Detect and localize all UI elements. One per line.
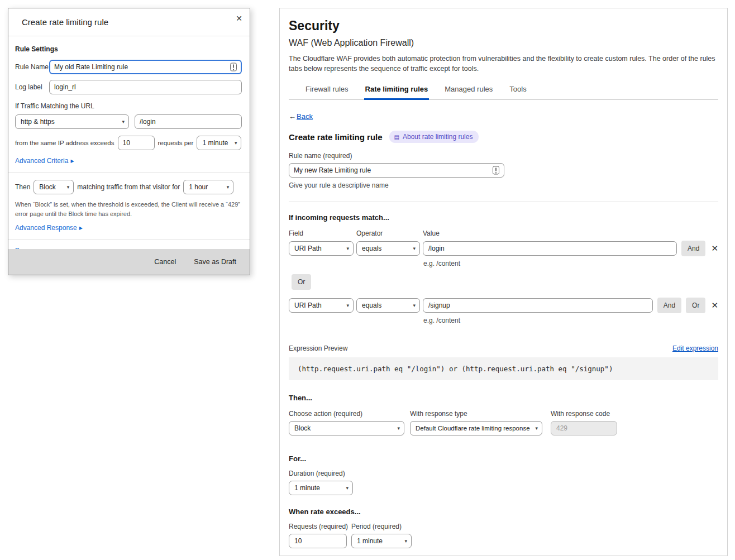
divider [289, 202, 718, 202]
response-code-input [551, 421, 617, 435]
chevron-down-icon: ▾ [397, 425, 400, 431]
rule-name-help: Give your rule a descriptive name [289, 181, 718, 189]
value-hint: e.g. /content [423, 260, 718, 267]
dialog-title: Create rate limiting rule [22, 17, 108, 27]
back-arrow-icon: ← [289, 112, 296, 121]
chevron-down-icon: ▾ [235, 140, 237, 146]
scheme-select[interactable]: http & https ▾ [15, 114, 129, 129]
chevron-down-icon: ▾ [227, 184, 230, 190]
security-waf-panel: Security WAF (Web Application Firewall) … [279, 8, 728, 556]
requests-per-label: requests per [158, 140, 194, 146]
choose-action-label: Choose action (required) [289, 410, 404, 418]
autofill-icon [493, 166, 499, 175]
url-input[interactable] [135, 114, 242, 129]
divider [8, 172, 250, 173]
tab-tools[interactable]: Tools [508, 83, 527, 100]
exceeds-prefix-label: from the same IP address exceeds [15, 140, 114, 146]
chevron-down-icon: ▾ [413, 303, 416, 308]
triangle-right-icon: ▶ [70, 159, 74, 164]
rule-name-label: Rule Name [15, 63, 49, 71]
create-rule-heading: Create rate limiting rule [289, 132, 383, 142]
chevron-down-icon: ▾ [413, 246, 416, 251]
value-input[interactable] [423, 241, 677, 256]
close-icon[interactable]: ✕ [236, 14, 242, 23]
match-row: URI Path ▾ equals ▾ And ✕ [289, 241, 718, 256]
field-select[interactable]: URI Path ▾ [289, 241, 354, 256]
autofill-icon [230, 63, 237, 71]
rate-section-heading: When rate exceeds... [289, 508, 718, 516]
rule-name-label: Rule name (required) [289, 152, 718, 160]
expression-preview-label: Expression Preview [289, 344, 347, 352]
expression-preview-box: (http.request.uri.path eq "/login") or (… [289, 357, 718, 380]
or-connector-button[interactable]: Or [292, 274, 311, 290]
chevron-down-icon: ▾ [122, 119, 125, 125]
page-title: Security [289, 18, 718, 33]
for-section-heading: For... [289, 454, 718, 463]
period-label: Period (required) [351, 523, 402, 530]
chevron-down-icon: ▾ [346, 303, 349, 308]
operator-select[interactable]: equals ▾ [356, 298, 420, 313]
chevron-down-icon: ▾ [67, 184, 70, 190]
rule-name-input[interactable] [289, 163, 504, 178]
save-as-draft-button[interactable]: Save as Draft [194, 258, 236, 266]
action-select[interactable]: Block ▾ [289, 421, 404, 435]
tab-rate-limiting-rules[interactable]: Rate limiting rules [364, 83, 429, 100]
operator-column-label: Operator [356, 229, 423, 237]
log-label-label: Log label [15, 83, 49, 91]
requests-input[interactable] [289, 534, 347, 548]
doc-icon: ▤ [394, 134, 399, 140]
and-button[interactable]: And [657, 298, 681, 313]
advanced-criteria-link[interactable]: Advanced Criteria ▶ [15, 157, 74, 165]
chevron-down-icon: ▾ [346, 485, 349, 491]
block-duration-select[interactable]: 1 hour ▾ [183, 180, 233, 194]
remove-condition-icon[interactable]: ✕ [711, 243, 718, 253]
operator-select[interactable]: equals ▾ [356, 241, 420, 256]
dialog-body: Rule Settings Rule Name Log label If Tra… [8, 36, 250, 255]
response-code-label: With response code [551, 410, 617, 418]
and-button[interactable]: And [681, 241, 705, 256]
duration-select[interactable]: 1 minute ▾ [289, 481, 353, 495]
match-section-heading: If incoming requests match... [289, 213, 718, 222]
waf-description: The Cloudflare WAF provides both automat… [289, 54, 718, 74]
traffic-matching-label: If Traffic Matching the URL [15, 102, 242, 110]
value-column-label: Value [423, 229, 440, 237]
response-type-label: With response type [410, 410, 542, 418]
chevron-down-icon: ▾ [404, 538, 407, 544]
rule-settings-heading: Rule Settings [15, 45, 242, 53]
chevron-down-icon: ▾ [535, 425, 538, 431]
tab-managed-rules[interactable]: Managed rules [443, 83, 494, 100]
dialog-header: Create rate limiting rule ✕ [8, 8, 250, 36]
or-button[interactable]: Or [686, 298, 705, 313]
dialog-footer: Cancel Save as Draft [8, 249, 250, 275]
advanced-response-link[interactable]: Advanced Response ▶ [15, 224, 83, 232]
back-link[interactable]: ← Back [289, 112, 313, 121]
cancel-button[interactable]: Cancel [154, 258, 176, 266]
tab-firewall-rules[interactable]: Firewall rules [304, 83, 350, 100]
period-select[interactable]: 1 minute ▾ [197, 136, 241, 150]
about-rate-limiting-rules-badge[interactable]: ▤ About rate limiting rules [389, 131, 479, 143]
threshold-input[interactable] [118, 136, 155, 150]
waf-tabs: Firewall rules Rate limiting rules Manag… [289, 83, 718, 100]
match-row: URI Path ▾ equals ▾ And Or ✕ [289, 298, 718, 313]
response-type-select[interactable]: Default Cloudflare rate limiting respons… [410, 421, 542, 435]
field-column-label: Field [289, 229, 356, 237]
action-select[interactable]: Block ▾ [34, 180, 74, 194]
then-mid-label: matching traffic from that visitor for [77, 183, 180, 191]
field-select[interactable]: URI Path ▾ [289, 298, 354, 313]
value-hint: e.g. /content [423, 317, 718, 324]
chevron-down-icon: ▾ [346, 246, 349, 251]
duration-label: Duration (required) [289, 470, 718, 477]
value-input[interactable] [423, 298, 653, 313]
remove-condition-icon[interactable]: ✕ [711, 300, 718, 310]
then-section-heading: Then... [289, 394, 718, 402]
rule-name-input[interactable] [49, 60, 242, 74]
requests-label: Requests (required) [289, 523, 351, 530]
divider [8, 239, 250, 240]
period-select[interactable]: 1 minute ▾ [351, 534, 412, 548]
block-note-text: When “Block” is set, when the threshold … [15, 200, 242, 218]
edit-expression-link[interactable]: Edit expression [672, 344, 718, 352]
triangle-right-icon: ▶ [79, 226, 83, 231]
then-label: Then [15, 183, 30, 191]
create-rate-limiting-rule-dialog: Create rate limiting rule ✕ Rule Setting… [8, 8, 250, 275]
log-label-input[interactable] [49, 80, 242, 94]
